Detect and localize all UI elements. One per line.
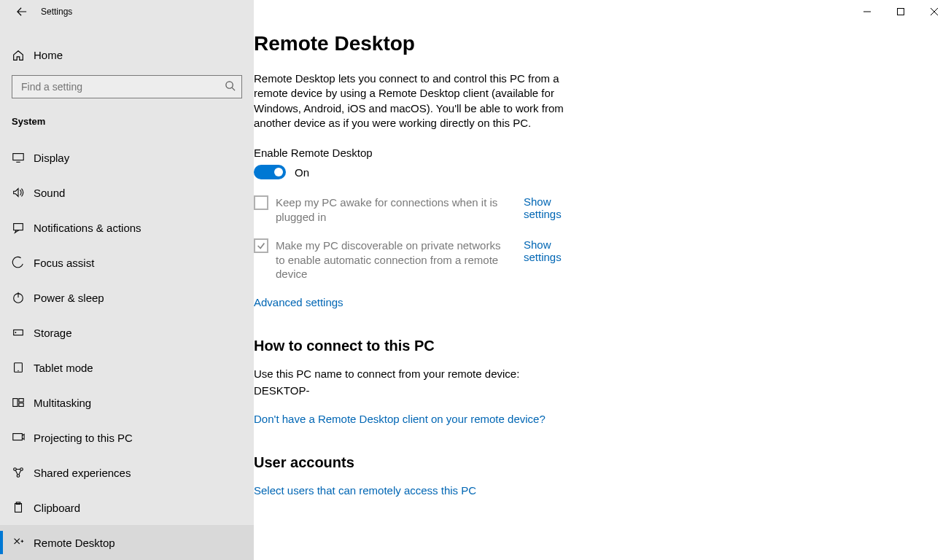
- svg-point-15: [14, 468, 17, 471]
- display-icon: [12, 151, 34, 164]
- sidebar: Settings Home System Display: [0, 0, 254, 560]
- sidebar-item-multitasking[interactable]: Multitasking: [0, 385, 254, 420]
- discoverable-checkbox[interactable]: [254, 238, 268, 253]
- sidebar-item-clipboard[interactable]: Clipboard: [0, 490, 254, 525]
- page-description: Remote Desktop lets you connect to and c…: [254, 71, 589, 131]
- clipboard-icon: [12, 501, 34, 514]
- projecting-icon: [12, 431, 34, 444]
- category-label: System: [0, 103, 254, 128]
- svg-rect-11: [13, 399, 18, 407]
- toggle-state-label: On: [295, 166, 309, 179]
- keep-awake-label: Keep my PC awake for connections when it…: [276, 195, 509, 224]
- home-label: Home: [34, 49, 63, 61]
- close-button[interactable]: [917, 0, 951, 23]
- enable-remote-desktop-toggle[interactable]: [254, 165, 286, 179]
- sidebar-item-notifications[interactable]: Notifications & actions: [0, 210, 254, 245]
- multitasking-icon: [12, 396, 34, 409]
- advanced-settings-link[interactable]: Advanced settings: [254, 296, 343, 308]
- sidebar-item-label: Focus assist: [34, 257, 94, 269]
- sidebar-item-storage[interactable]: Storage: [0, 315, 254, 350]
- power-icon: [12, 291, 34, 304]
- minimize-button[interactable]: [850, 0, 884, 23]
- sidebar-item-label: Tablet mode: [34, 362, 93, 374]
- sidebar-item-label: Power & sleep: [34, 292, 104, 304]
- enable-label: Enable Remote Desktop: [254, 147, 764, 159]
- remote-desktop-icon: [12, 536, 34, 549]
- search-box[interactable]: [12, 75, 242, 98]
- home-icon: [12, 49, 34, 62]
- sidebar-item-projecting[interactable]: Projecting to this PC: [0, 420, 254, 455]
- sidebar-item-label: Sound: [34, 187, 65, 199]
- storage-icon: [12, 326, 34, 339]
- app-title: Settings: [41, 7, 72, 17]
- home-nav[interactable]: Home: [0, 44, 254, 66]
- nav-list: Display Sound Notifications & actions Fo…: [0, 140, 254, 560]
- shared-exp-icon: [12, 466, 34, 479]
- accounts-section-title: User accounts: [254, 454, 764, 471]
- main-content: Remote Desktop Remote Desktop lets you c…: [254, 0, 951, 560]
- sidebar-item-power-sleep[interactable]: Power & sleep: [0, 280, 254, 315]
- svg-rect-18: [15, 504, 22, 513]
- focus-assist-icon: [12, 256, 34, 269]
- sidebar-item-label: Storage: [34, 327, 72, 339]
- svg-rect-2: [13, 154, 23, 160]
- back-arrow-icon: [17, 7, 27, 17]
- sidebar-item-sound[interactable]: Sound: [0, 175, 254, 210]
- keep-awake-checkbox[interactable]: [254, 195, 268, 210]
- svg-point-10: [18, 370, 18, 371]
- notifications-icon: [12, 221, 34, 234]
- sidebar-item-label: Shared experiences: [34, 467, 131, 479]
- discoverable-label: Make my PC discoverable on private netwo…: [276, 238, 509, 281]
- svg-rect-4: [14, 224, 23, 230]
- sidebar-item-label: Projecting to this PC: [34, 432, 133, 444]
- svg-rect-13: [19, 403, 23, 407]
- svg-rect-12: [19, 399, 23, 402]
- svg-rect-21: [898, 9, 904, 15]
- window-controls: [850, 0, 951, 23]
- svg-line-1: [232, 88, 235, 90]
- sidebar-item-label: Display: [34, 152, 69, 164]
- select-users-link[interactable]: Select users that can remotely access th…: [254, 484, 476, 497]
- sound-icon: [12, 186, 34, 199]
- sidebar-item-remote-desktop[interactable]: Remote Desktop: [0, 525, 254, 560]
- page-title: Remote Desktop: [254, 32, 764, 55]
- sidebar-item-label: Remote Desktop: [34, 537, 115, 549]
- svg-point-8: [15, 332, 17, 333]
- svg-point-0: [226, 82, 233, 88]
- connect-section-title: How to connect to this PC: [254, 338, 764, 354]
- maximize-button[interactable]: [884, 0, 917, 23]
- keep-awake-show-settings-link[interactable]: Show settings: [524, 195, 562, 220]
- tablet-icon: [12, 361, 34, 374]
- sidebar-item-label: Clipboard: [34, 502, 80, 514]
- search-input[interactable]: [12, 76, 241, 98]
- sidebar-item-shared-exp[interactable]: Shared experiences: [0, 455, 254, 490]
- sidebar-item-label: Multitasking: [34, 397, 91, 409]
- svg-point-17: [17, 475, 20, 478]
- back-button[interactable]: [7, 0, 36, 23]
- rdp-client-link[interactable]: Don't have a Remote Desktop client on yo…: [254, 413, 546, 425]
- sidebar-item-display[interactable]: Display: [0, 140, 254, 175]
- sidebar-item-label: Notifications & actions: [34, 222, 141, 234]
- search-icon: [225, 80, 236, 93]
- svg-rect-14: [13, 434, 23, 440]
- sidebar-item-focus-assist[interactable]: Focus assist: [0, 245, 254, 280]
- sidebar-item-tablet-mode[interactable]: Tablet mode: [0, 350, 254, 385]
- svg-point-16: [20, 468, 23, 471]
- connect-instruction: Use this PC name to connect from your re…: [254, 368, 764, 380]
- pc-name: DESKTOP-: [254, 384, 764, 397]
- discoverable-show-settings-link[interactable]: Show settings: [524, 238, 562, 263]
